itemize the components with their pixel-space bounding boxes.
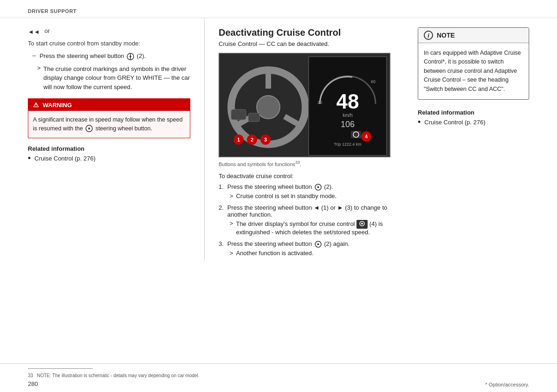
steering-icon-step3	[315, 241, 322, 248]
warning-title: WARNING	[43, 102, 72, 109]
step-1-content: Press the steering wheel button (2). > C…	[227, 183, 390, 199]
section-subtitle: Cruise Control — CC can be deactivated.	[219, 40, 390, 47]
step-2-main: Press the steering wheel button ◄ (1) or…	[227, 204, 390, 218]
middle-column: Deactivating Cruise Control Cruise Contr…	[204, 18, 404, 261]
svg-text:60: 60	[371, 79, 376, 84]
double-arrow-icon: ◄◄	[28, 28, 40, 35]
section-title: Deactivating Cruise Control	[219, 27, 390, 38]
warning-body: A significant increase in speed may foll…	[28, 111, 190, 138]
step-3: 3. Press the steering wheel button (2) a…	[219, 240, 390, 257]
related-info-link-right[interactable]: Cruise Control (p. 276)	[424, 119, 486, 126]
svg-text:km/h: km/h	[343, 113, 353, 118]
steering-wheel-svg: 1 2 3	[224, 63, 317, 149]
steering-wheel-icon	[127, 53, 134, 60]
svg-rect-11	[231, 109, 246, 120]
step-3-sub-text: Another function is activated.	[236, 250, 313, 257]
svg-point-1	[130, 56, 131, 58]
footnote-content: NOTE: The illustration is schematic - de…	[37, 373, 199, 378]
note-title: NOTE	[437, 32, 455, 39]
note-box: i NOTE In cars equipped with Adaptive Cr…	[418, 27, 529, 100]
step-1-sub-text: Cruise control is set in standby mode.	[236, 193, 337, 199]
related-info-link-left[interactable]: Cruise Control (p. 276)	[34, 155, 96, 162]
step-2-sub-text: The driver display's symbol for cruise c…	[236, 220, 390, 236]
related-info-item-right: • Cruise Control (p. 276)	[418, 119, 529, 126]
footnote-text: 33 NOTE: The illustration is schematic -…	[28, 373, 199, 378]
right-column: i NOTE In cars equipped with Adaptive Cr…	[404, 18, 529, 261]
caption-text-content: Buttons and symbols for functions	[219, 161, 295, 167]
step-3-sub: > Another function is activated.	[230, 250, 390, 257]
svg-text:48: 48	[337, 90, 359, 113]
svg-text:Trip 1222.4 km: Trip 1222.4 km	[334, 142, 362, 147]
steering-icon-warning	[85, 125, 93, 132]
left-column: ◄◄ or To start cruise control from stand…	[28, 18, 204, 261]
steering-wheel-area: 1 2 3	[224, 63, 317, 149]
deactivate-intro: To deactivate cruise control:	[219, 173, 390, 180]
footnote-ref: 33	[295, 160, 300, 165]
svg-text:1: 1	[237, 137, 240, 142]
step-3-num: 3.	[219, 240, 224, 247]
step-2-arrow: >	[230, 220, 233, 236]
header-title: DRIVER SUPPORT	[28, 8, 77, 14]
related-info-right: Related information • Cruise Control (p.…	[418, 109, 529, 126]
press-button-text: Press the steering wheel button (2).	[39, 51, 146, 61]
note-icon: i	[424, 31, 433, 40]
step-2: 2. Press the steering wheel button ◄ (1)…	[219, 204, 390, 236]
svg-point-32	[361, 223, 363, 225]
svg-text:2: 2	[251, 137, 253, 142]
sub-arrow-icon: >	[37, 64, 41, 71]
note-body: In cars equipped with Adaptive Cruise Co…	[418, 43, 529, 99]
svg-point-5	[88, 128, 90, 129]
step-1-num: 1.	[219, 183, 224, 190]
related-info-title-left: Related information	[28, 145, 190, 152]
svg-rect-12	[248, 113, 259, 122]
step-3-main: Press the steering wheel button (2) agai…	[227, 240, 390, 248]
speedometer-display: 48 km/h 106 20 60 Trip 1222.4 km 4	[308, 56, 387, 156]
option-note: * Option/accessory.	[485, 382, 529, 387]
related-info-left: Related information • Cruise Control (p.…	[28, 145, 190, 162]
cc-icon-svg	[358, 220, 366, 227]
standby-text: To start cruise control from standby mod…	[28, 40, 190, 47]
step-1-arrow: >	[230, 193, 233, 199]
cc-icon-box	[356, 220, 368, 229]
svg-point-34	[317, 243, 319, 245]
warning-triangle-icon: ⚠	[33, 101, 39, 109]
warning-header: ⚠ WARNING	[28, 99, 190, 111]
footnote-divider	[28, 368, 93, 369]
svg-text:106: 106	[341, 120, 355, 129]
sub-item-1: > The cruise control markings and symbol…	[37, 64, 190, 92]
or-label: or	[45, 27, 50, 34]
bullet-dot-right: •	[418, 118, 421, 126]
step-3-arrow: >	[230, 250, 233, 257]
step-2-num: 2.	[219, 204, 224, 211]
step-3-content: Press the steering wheel button (2) agai…	[227, 240, 390, 257]
page-footer: 33 NOTE: The illustration is schematic -…	[0, 363, 557, 392]
steering-icon-step1	[315, 184, 322, 191]
step-2-sub: > The driver display's symbol for cruise…	[230, 220, 390, 236]
step-1-sub: > Cruise control is set in standby mode.	[230, 193, 390, 199]
steps-list: 1. Press the steering wheel button (2). …	[219, 183, 390, 257]
footer-left: 33 NOTE: The illustration is schematic -…	[28, 368, 199, 387]
svg-text:3: 3	[264, 137, 267, 142]
press-button-item: – Press the steering wheel button (2).	[32, 51, 190, 61]
dash-symbol: –	[32, 52, 36, 59]
bullet-dot: •	[28, 154, 31, 162]
page-header: DRIVER SUPPORT	[0, 0, 557, 18]
page-number: 280	[28, 380, 199, 387]
related-info-item-left: • Cruise Control (p. 276)	[28, 155, 190, 162]
svg-point-10	[257, 96, 280, 119]
step-2-content: Press the steering wheel button ◄ (1) or…	[227, 204, 390, 236]
note-header: i NOTE	[418, 28, 529, 43]
svg-point-30	[317, 186, 319, 188]
step-1: 1. Press the steering wheel button (2). …	[219, 183, 390, 199]
image-caption: Buttons and symbols for functions33.	[219, 160, 390, 167]
svg-line-9	[285, 116, 301, 126]
car-image: 1 2 3 48 km/h 106 20	[219, 53, 390, 157]
svg-text:20: 20	[317, 100, 322, 105]
warning-box: ⚠ WARNING A significant increase in spee…	[28, 98, 190, 138]
footnote-num: 33	[28, 373, 33, 378]
svg-text:4: 4	[365, 134, 368, 139]
step-1-main: Press the steering wheel button (2).	[227, 183, 390, 191]
sub-text-1: The cruise control markings and symbols …	[44, 64, 190, 92]
related-info-title-right: Related information	[418, 109, 529, 116]
speedometer-svg: 48 km/h 106 20 60 Trip 1222.4 km 4	[311, 58, 385, 155]
